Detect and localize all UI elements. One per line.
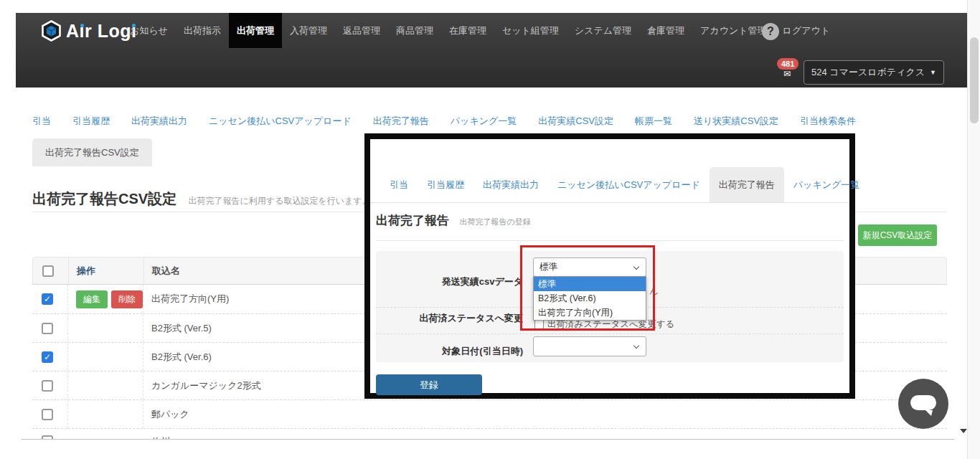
help-icon[interactable]: ? bbox=[762, 23, 779, 40]
row-checkbox-cell bbox=[32, 372, 68, 399]
page-subtitle: 出荷完了報告に利用する取込設定を行います。 bbox=[189, 196, 371, 206]
modal-tab[interactable]: ニッセン後払いCSVアップロード bbox=[548, 167, 710, 202]
row-operation-cell bbox=[68, 314, 143, 342]
nav-item[interactable]: システム管理 bbox=[567, 13, 639, 48]
chevron-down-icon bbox=[633, 343, 639, 349]
csv-format-dropdown-list: 標準B2形式 (Ver.6)出荷完了方向(Y用) bbox=[533, 276, 646, 321]
chevron-down-icon bbox=[633, 264, 639, 270]
row-operation-cell bbox=[68, 400, 143, 428]
page-head: 出荷完了報告CSV設定 出荷完了報告に利用する取込設定を行います。 bbox=[32, 189, 371, 209]
status-checkbox[interactable] bbox=[534, 320, 544, 329]
target-date-label: 対象日付(引当日時) bbox=[376, 345, 523, 358]
scroll-down-arrow-icon[interactable] bbox=[960, 429, 967, 433]
nav-item[interactable]: 出荷指示 bbox=[176, 13, 229, 48]
modal-head: 出荷完了報告 出荷完了報告の登録 bbox=[376, 212, 531, 229]
content-bottom-edge bbox=[22, 439, 954, 440]
table-row: 郵パック bbox=[32, 400, 947, 429]
tab-csv-settings-active[interactable]: 出荷完了報告CSV設定 bbox=[32, 138, 152, 166]
airlogi-hexagon-icon bbox=[42, 20, 61, 42]
nav-item-active[interactable]: 出荷管理 bbox=[229, 13, 282, 48]
dropdown-option[interactable]: B2形式 (Ver.6) bbox=[534, 291, 646, 306]
tab-link[interactable]: 引当 bbox=[32, 113, 62, 129]
header-checkbox-cell bbox=[33, 257, 69, 284]
row-checkbox-cell bbox=[32, 285, 68, 313]
tab-link[interactable]: ニッセン後払いCSVアップロード bbox=[209, 113, 362, 129]
row-checkbox[interactable] bbox=[42, 409, 53, 420]
chat-bubble-icon bbox=[910, 395, 936, 410]
header-operation: 操作 bbox=[69, 257, 144, 284]
tab-link[interactable]: 送り状実績CSV設定 bbox=[694, 113, 789, 129]
chat-widget-button[interactable] bbox=[898, 379, 948, 429]
modal-title: 出荷完了報告 bbox=[376, 214, 449, 227]
table-row: 佐川 bbox=[32, 429, 947, 439]
status-change-label: 出荷済ステータスへ変更 bbox=[376, 312, 523, 325]
row-operation-cell: 編集削除 bbox=[68, 285, 143, 313]
row-checkbox[interactable] bbox=[42, 323, 53, 334]
nav-item[interactable]: 在庫管理 bbox=[441, 13, 494, 48]
tab-link[interactable]: 引当検索条件 bbox=[800, 113, 867, 129]
modal-subtitle: 出荷完了報告の登録 bbox=[459, 217, 530, 226]
csv-format-select[interactable]: 標準 bbox=[533, 257, 646, 277]
tab-link[interactable]: 帳票一覧 bbox=[635, 113, 683, 129]
logo-i-dot: ı bbox=[80, 21, 85, 41]
csv-format-select-value: 標準 bbox=[540, 262, 557, 272]
nav-item[interactable]: セット組管理 bbox=[494, 13, 567, 48]
tab-link[interactable]: 出荷完了報告 bbox=[373, 113, 440, 129]
top-navbar: Aır Logı お知らせ出荷指示出荷管理入荷管理返品管理商品管理在庫管理セット… bbox=[16, 13, 967, 87]
row-import-name: 郵パック bbox=[143, 408, 947, 421]
row-checkbox[interactable] bbox=[42, 351, 53, 363]
nav-item[interactable]: お知らせ bbox=[122, 13, 176, 48]
row-checkbox-cell bbox=[32, 343, 68, 371]
delete-button[interactable]: 削除 bbox=[111, 290, 143, 308]
nav-item[interactable]: 倉庫管理 bbox=[639, 13, 692, 48]
new-csv-import-button[interactable]: 新規CSV取込設定 bbox=[858, 224, 937, 246]
nav-menu: お知らせ出荷指示出荷管理入荷管理返品管理商品管理在庫管理セット組管理システム管理… bbox=[122, 13, 838, 48]
modal-tab[interactable]: パッキング一覧 bbox=[784, 167, 870, 202]
clipped-text-fragment: ん bbox=[649, 285, 659, 297]
csv-data-label: 発送実績csvデータ bbox=[376, 275, 523, 288]
dropdown-option-selected[interactable]: 標準 bbox=[534, 277, 646, 291]
modal-tab[interactable]: 引当 bbox=[380, 167, 418, 202]
vertical-scrollbar[interactable] bbox=[967, 0, 980, 459]
submit-button[interactable]: 登録 bbox=[376, 374, 482, 395]
nav-item[interactable]: 商品管理 bbox=[388, 13, 441, 48]
nav-item[interactable]: 入荷管理 bbox=[282, 13, 335, 48]
tab-link[interactable]: 出荷実績CSV設定 bbox=[538, 113, 624, 129]
row-checkbox-cell bbox=[32, 400, 68, 428]
scrollbar-thumb[interactable] bbox=[970, 37, 979, 123]
modal-tab-active[interactable]: 出荷完了報告 bbox=[710, 167, 784, 202]
nav-item[interactable]: ログアウト bbox=[775, 13, 839, 48]
row-separator bbox=[376, 333, 844, 334]
tab-row: 引当引当履歴出荷実績出力ニッセン後払いCSVアップロード出荷完了報告パッキング一… bbox=[32, 113, 877, 129]
company-selector-value: 524 コマースロボティクス bbox=[811, 67, 925, 77]
tab-link[interactable]: パッキング一覧 bbox=[451, 113, 528, 129]
page-title: 出荷完了報告CSV設定 bbox=[32, 191, 176, 207]
modal-tab[interactable]: 引当履歴 bbox=[418, 167, 473, 202]
company-selector[interactable]: 524 コマースロボティクス ▼ bbox=[804, 60, 944, 85]
caret-down-icon: ▼ bbox=[930, 61, 936, 84]
divider bbox=[376, 240, 844, 241]
tab-link[interactable]: 引当履歴 bbox=[72, 113, 121, 129]
dropdown-option[interactable]: 出荷完了方向(Y用) bbox=[534, 306, 646, 320]
notification-badge: 481 bbox=[777, 58, 798, 70]
row-checkbox[interactable] bbox=[42, 380, 53, 392]
row-operation-cell bbox=[68, 372, 143, 399]
target-date-select[interactable] bbox=[533, 336, 646, 356]
row-checkbox-cell bbox=[32, 314, 68, 342]
modal-tab[interactable]: 出荷実績出力 bbox=[473, 167, 548, 202]
tab-link[interactable]: 出荷実績出力 bbox=[131, 113, 198, 129]
modal-tab-row: 引当引当履歴出荷実績出力ニッセン後払いCSVアップロード出荷完了報告パッキング一… bbox=[370, 167, 849, 203]
chat-bubble-tail bbox=[925, 410, 933, 416]
row-checkbox[interactable] bbox=[42, 293, 53, 305]
row-operation-cell bbox=[68, 343, 143, 371]
nav-item[interactable]: 返品管理 bbox=[335, 13, 388, 48]
edit-button[interactable]: 編集 bbox=[76, 290, 108, 308]
select-all-checkbox[interactable] bbox=[42, 265, 54, 277]
notification-envelope-icon[interactable]: ✉ bbox=[783, 69, 791, 79]
shipping-report-modal: 引当引当履歴出荷実績出力ニッセン後払いCSVアップロード出荷完了報告パッキング一… bbox=[364, 133, 855, 399]
